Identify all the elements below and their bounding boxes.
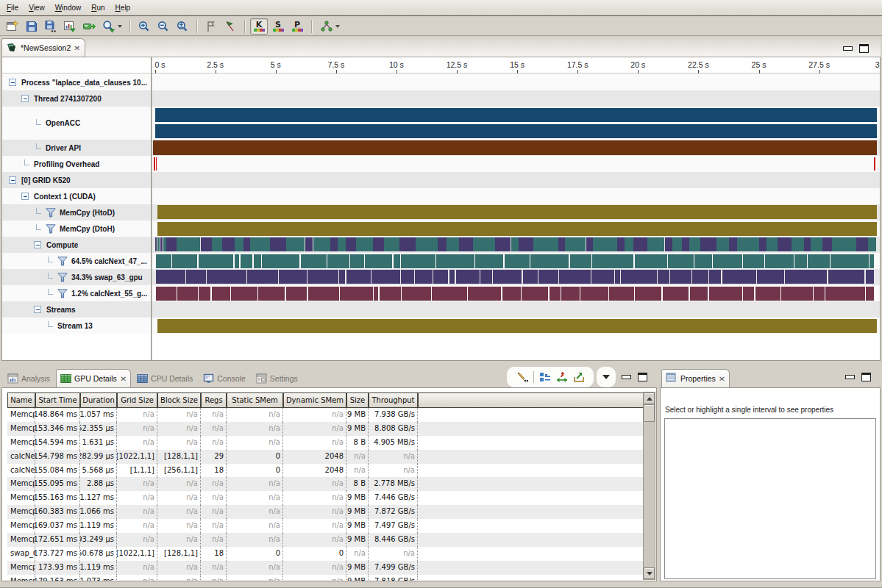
timeline-interval[interactable] [307,270,338,284]
tab-session[interactable]: *NewSession2 ✕ [1,38,85,57]
tree-item-streams[interactable]: Streams [2,301,151,318]
timeline-interval[interactable] [621,270,657,284]
timeline-interval[interactable] [502,287,522,301]
timeline-interval[interactable] [550,287,561,301]
timeline-interval[interactable] [270,237,286,251]
timeline-interval[interactable] [157,237,160,251]
timeline-interval[interactable] [757,270,784,284]
timeline-interval[interactable] [874,157,875,171]
collapse-icon[interactable] [21,193,29,200]
timeline-track-kernel-calcnext47[interactable] [153,253,878,269]
timeline-interval[interactable] [384,237,399,251]
table-row[interactable]: swap_63173.727 ms50.678 µs[1022,1,1][128… [7,547,651,561]
session-tab-close-icon[interactable]: ✕ [74,43,80,52]
timeline-interval[interactable] [338,237,346,251]
tree-item-compute[interactable]: Compute [2,237,151,253]
tree-item-stream-13[interactable]: Stream 13 [2,318,151,334]
timeline-interval[interactable] [778,237,792,251]
timeline-interval[interactable] [522,287,548,301]
table-row[interactable]: calcNext154.798 ms282.99 µs[1022,1,1][12… [7,450,651,464]
timeline-interval[interactable] [154,157,155,171]
timeline-interval[interactable] [394,254,400,268]
timeline-interval[interactable] [868,237,876,251]
menu-help[interactable]: Help [110,2,136,13]
timeline-interval[interactable] [689,237,700,251]
tree-item-process[interactable]: Process "laplace_data_clauses 10... [2,74,151,90]
timeline-interval[interactable] [869,254,874,268]
timeline-interval[interactable] [866,270,874,284]
timeline-interval[interactable] [157,222,877,236]
tab-properties[interactable]: Properties ✕ [661,369,730,387]
timeline-interval[interactable] [156,270,185,284]
timeline-track-memcpy-htod[interactable] [153,204,878,220]
timeline-interval[interactable] [254,254,261,268]
p-coloring-button[interactable]: P [288,18,306,35]
timeline-interval[interactable] [346,237,356,251]
timeline-interval[interactable] [709,287,742,301]
column-header-regs[interactable]: Regs [201,392,227,408]
timeline-interval[interactable] [692,270,708,284]
zoom-out-button[interactable] [154,18,172,35]
timeline-interval[interactable] [558,237,565,251]
column-header-throughput[interactable]: Throughput [369,392,418,408]
collapse-icon[interactable] [34,241,41,248]
timeline-interval[interactable] [156,254,171,268]
timeline-interval[interactable] [356,237,373,251]
timeline-interval[interactable] [447,237,459,251]
timeline-interval[interactable] [828,270,865,284]
timeline-interval[interactable] [286,237,305,251]
timeline-interval[interactable] [468,287,501,301]
tree-item-context-1[interactable]: Context 1 (CUDA) [2,188,151,204]
timeline-interval[interactable] [670,270,691,284]
timeline-interval[interactable] [729,237,737,251]
collapse-icon[interactable] [9,79,16,86]
timeline-interval[interactable] [330,237,338,251]
timeline-interval[interactable] [493,270,522,284]
timeline-interval[interactable] [313,237,330,251]
timeline-interval[interactable] [241,254,253,268]
timeline-interval[interactable] [822,237,832,251]
timeline-interval[interactable] [804,237,811,251]
column-header-start-time[interactable]: Start Time [35,392,80,408]
timeline-interval[interactable] [709,270,721,284]
column-header-static-smem[interactable]: Static SMem [227,392,283,408]
details-vertical-scrollbar[interactable] [643,392,655,580]
timeline-interval[interactable] [825,287,865,301]
timeline-interval[interactable] [592,254,633,268]
timeline-interval[interactable] [212,237,222,251]
report-button[interactable] [61,18,79,35]
timeline-interval[interactable] [156,157,157,171]
timeline-interval[interactable] [201,237,212,251]
timeline-interval[interactable] [222,237,235,251]
tree-item-kernel-swap63[interactable]: 34.3% swap_63_gpu [2,269,151,285]
timeline-interval[interactable] [402,287,431,301]
tree-item-thread[interactable]: Thread 2741307200 [2,90,151,107]
timeline-interval[interactable] [633,237,647,251]
scroll-up-button[interactable] [644,392,655,404]
timeline-interval[interactable] [495,237,511,251]
tab-cpu-details[interactable]: CPU Details [132,369,197,387]
timeline-interval[interactable] [243,237,250,251]
timeline-interval[interactable] [153,140,877,155]
timeline-interval[interactable] [647,237,664,251]
timeline-interval[interactable] [511,237,519,251]
timeline-interval[interactable] [340,287,373,301]
timeline-interval[interactable] [593,237,617,251]
timeline-interval[interactable] [172,254,197,268]
timeline-interval[interactable] [856,237,868,251]
timeline-interval[interactable] [570,254,591,268]
timeline-interval[interactable] [371,270,400,284]
timeline-interval[interactable] [668,254,694,268]
timeline-interval[interactable] [743,254,764,268]
table-row[interactable]: Memcpy153.346 ms52.355 µsn/an/an/an/an/a… [7,422,651,436]
timeline-interval[interactable] [663,287,689,301]
timeline-interval[interactable] [231,287,257,301]
properties-minimize-icon[interactable] [845,375,855,379]
timeline-interval[interactable] [250,237,270,251]
source-button[interactable] [99,18,124,35]
timeline-interval[interactable] [473,237,495,251]
k-coloring-button[interactable]: K [250,18,268,35]
timeline-interval[interactable] [339,270,345,284]
export-details-icon[interactable] [573,371,585,383]
menu-window[interactable]: Window [50,2,87,13]
